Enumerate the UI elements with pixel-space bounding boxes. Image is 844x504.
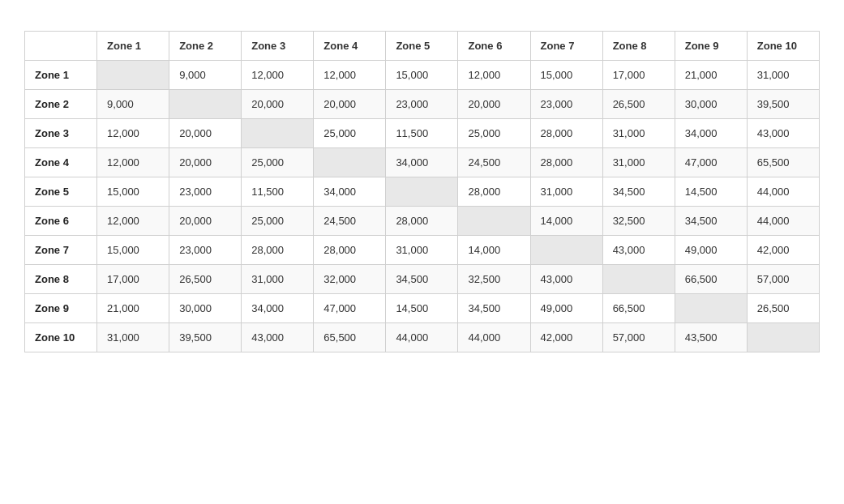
row-label-zone-6: Zone 6	[25, 207, 97, 236]
cell-zone7-zone4: 28,000	[314, 236, 386, 265]
cell-zone8-zone6: 32,500	[458, 265, 530, 294]
cell-zone5-zone9: 14,500	[675, 177, 747, 207]
cell-zone6-zone6	[458, 207, 530, 236]
cell-zone4-zone10: 65,500	[747, 148, 819, 177]
cell-zone4-zone4	[314, 148, 386, 177]
cell-zone3-zone2: 20,000	[169, 119, 242, 148]
table-row: Zone 817,00026,50031,00032,00034,50032,5…	[25, 265, 820, 294]
row-label-zone-2: Zone 2	[25, 90, 97, 119]
cell-zone10-zone1: 31,000	[97, 323, 169, 352]
cell-zone10-zone2: 39,500	[169, 323, 242, 352]
table-row: Zone 412,00020,00025,00034,00024,50028,0…	[25, 148, 820, 177]
col-header-zone-4: Zone 4	[314, 32, 386, 61]
cell-zone6-zone8: 32,500	[602, 207, 675, 236]
cell-zone6-zone2: 20,000	[169, 207, 242, 236]
cell-zone9-zone4: 47,000	[314, 294, 386, 323]
cell-zone9-zone2: 30,000	[169, 294, 242, 323]
cell-zone9-zone3: 34,000	[242, 294, 314, 323]
cell-zone4-zone7: 28,000	[530, 148, 602, 177]
cell-zone8-zone10: 57,000	[747, 265, 819, 294]
cell-zone2-zone1: 9,000	[97, 90, 169, 119]
cell-zone5-zone4: 34,000	[314, 177, 386, 207]
table-row: Zone 29,00020,00020,00023,00020,00023,00…	[25, 90, 820, 119]
row-label-zone-4: Zone 4	[25, 148, 97, 177]
cell-zone5-zone5	[386, 177, 458, 207]
cell-zone2-zone5: 23,000	[386, 90, 458, 119]
cell-zone5-zone3: 11,500	[242, 177, 314, 207]
cell-zone1-zone3: 12,000	[242, 61, 314, 90]
cell-zone7-zone7	[530, 236, 602, 265]
cell-zone4-zone6: 24,500	[458, 148, 530, 177]
col-header-zone-8: Zone 8	[602, 32, 675, 61]
cell-zone1-zone9: 21,000	[675, 61, 747, 90]
cell-zone7-zone3: 28,000	[242, 236, 314, 265]
cell-zone2-zone3: 20,000	[242, 90, 314, 119]
cell-zone9-zone6: 34,500	[458, 294, 530, 323]
cell-zone6-zone9: 34,500	[675, 207, 747, 236]
cell-zone3-zone4: 25,000	[314, 119, 386, 148]
zone-fare-table: Zone 1Zone 2Zone 3Zone 4Zone 5Zone 6Zone…	[24, 31, 820, 352]
cell-zone3-zone3	[242, 119, 314, 148]
cell-zone10-zone3: 43,000	[242, 323, 314, 352]
cell-zone9-zone8: 66,500	[602, 294, 675, 323]
cell-zone7-zone2: 23,000	[169, 236, 242, 265]
cell-zone4-zone3: 25,000	[242, 148, 314, 177]
cell-zone1-zone5: 15,000	[386, 61, 458, 90]
cell-zone10-zone7: 42,000	[530, 323, 602, 352]
cell-zone7-zone6: 14,000	[458, 236, 530, 265]
col-header-zone-3: Zone 3	[242, 32, 314, 61]
cell-zone1-zone10: 31,000	[747, 61, 819, 90]
cell-zone9-zone10: 26,500	[747, 294, 819, 323]
cell-zone6-zone10: 44,000	[747, 207, 819, 236]
cell-zone5-zone8: 34,500	[602, 177, 675, 207]
cell-zone2-zone6: 20,000	[458, 90, 530, 119]
table-row: Zone 715,00023,00028,00028,00031,00014,0…	[25, 236, 820, 265]
cell-zone9-zone5: 14,500	[386, 294, 458, 323]
col-header-zone-2: Zone 2	[169, 32, 242, 61]
row-label-zone-3: Zone 3	[25, 119, 97, 148]
cell-zone3-zone5: 11,500	[386, 119, 458, 148]
col-header-zone-9: Zone 9	[675, 32, 747, 61]
cell-zone10-zone5: 44,000	[386, 323, 458, 352]
row-label-zone-7: Zone 7	[25, 236, 97, 265]
cell-zone3-zone6: 25,000	[458, 119, 530, 148]
cell-zone5-zone10: 44,000	[747, 177, 819, 207]
col-header-zone-10: Zone 10	[747, 32, 819, 61]
cell-zone8-zone1: 17,000	[97, 265, 169, 294]
cell-zone10-zone10	[747, 323, 819, 352]
cell-zone6-zone7: 14,000	[530, 207, 602, 236]
col-header-zone-1: Zone 1	[97, 32, 169, 61]
cell-zone10-zone6: 44,000	[458, 323, 530, 352]
cell-zone7-zone9: 49,000	[675, 236, 747, 265]
col-header-zone-6: Zone 6	[458, 32, 530, 61]
table-row: Zone 612,00020,00025,00024,50028,00014,0…	[25, 207, 820, 236]
cell-zone1-zone8: 17,000	[602, 61, 675, 90]
cell-zone7-zone5: 31,000	[386, 236, 458, 265]
cell-zone4-zone9: 47,000	[675, 148, 747, 177]
cell-zone10-zone8: 57,000	[602, 323, 675, 352]
cell-zone8-zone9: 66,500	[675, 265, 747, 294]
cell-zone1-zone4: 12,000	[314, 61, 386, 90]
row-label-zone-10: Zone 10	[25, 323, 97, 352]
cell-zone6-zone1: 12,000	[97, 207, 169, 236]
cell-zone6-zone3: 25,000	[242, 207, 314, 236]
cell-zone3-zone7: 28,000	[530, 119, 602, 148]
empty-header	[25, 32, 97, 61]
cell-zone6-zone5: 28,000	[386, 207, 458, 236]
cell-zone9-zone9	[675, 294, 747, 323]
cell-zone5-zone2: 23,000	[169, 177, 242, 207]
cell-zone3-zone10: 43,000	[747, 119, 819, 148]
cell-zone6-zone4: 24,500	[314, 207, 386, 236]
cell-zone8-zone3: 31,000	[242, 265, 314, 294]
cell-zone5-zone6: 28,000	[458, 177, 530, 207]
table-row: Zone 1031,00039,50043,00065,50044,00044,…	[25, 323, 820, 352]
cell-zone7-zone8: 43,000	[602, 236, 675, 265]
cell-zone1-zone1	[97, 61, 169, 90]
row-label-zone-9: Zone 9	[25, 294, 97, 323]
row-label-zone-8: Zone 8	[25, 265, 97, 294]
cell-zone7-zone1: 15,000	[97, 236, 169, 265]
cell-zone3-zone9: 34,000	[675, 119, 747, 148]
cell-zone1-zone6: 12,000	[458, 61, 530, 90]
cell-zone8-zone5: 34,500	[386, 265, 458, 294]
cell-zone2-zone4: 20,000	[314, 90, 386, 119]
